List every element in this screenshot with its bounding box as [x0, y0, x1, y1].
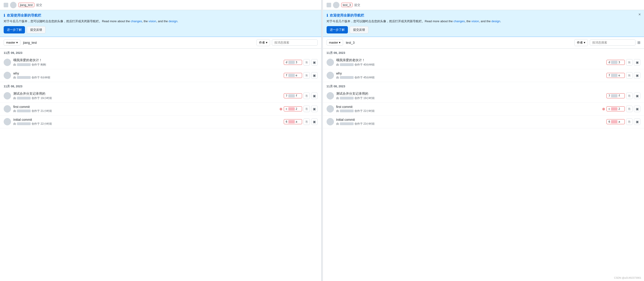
commit-row[interactable]: why由 创作于 45分钟前fe⎘▣	[323, 69, 644, 82]
repo-name: test_3	[346, 41, 354, 45]
browse-files-button[interactable]: ▣	[634, 59, 640, 66]
commit-author-placeholder	[340, 122, 354, 125]
sidebar-toggle-icon[interactable]	[4, 3, 8, 7]
hash-bar	[288, 120, 295, 123]
commit-row[interactable]: 测试合并分支记录用的由 创作于 19小时前7f⎘▣	[0, 89, 321, 103]
date-label: 11月 08, 2023	[326, 84, 640, 89]
panel-left: jiang_test提交ℹ欢迎使用全新的导航栏对于今后几个版本，您可以随时点击您…	[0, 0, 322, 281]
design-link[interactable]: design	[492, 20, 500, 23]
chevron-down-icon: ▾	[266, 41, 268, 44]
commit-row[interactable]: 测试合并分支记录用的由 创作于 19小时前7f⎘▣	[323, 89, 644, 103]
commit-info: first commit由 创作于 21小时前	[13, 105, 276, 113]
branch-selector[interactable]: master ▾	[4, 40, 20, 46]
copy-hash-button[interactable]: ⎘	[304, 72, 310, 79]
browse-files-button[interactable]: ▣	[311, 72, 318, 79]
commit-hash: 7f	[606, 93, 625, 98]
branch-selector[interactable]: master ▾	[326, 40, 343, 46]
browse-files-button[interactable]: ▣	[634, 106, 640, 112]
commit-row[interactable]: 哦我亲爱的老伙计！由 创作于 40分钟前d3⎘▣	[323, 56, 644, 69]
copy-hash-button[interactable]: ⎘	[626, 119, 632, 125]
commit-row[interactable]: why由 创作于 6分钟前fe⎘▣	[0, 69, 321, 82]
search-input[interactable]	[272, 40, 318, 46]
copy-hash-button[interactable]: ⎘	[626, 72, 632, 79]
commit-row[interactable]: first commit由 创作于 21小时前⊗c2⎘▣	[0, 103, 321, 116]
commit-row[interactable]: Initial commit由 创作于 22小时前6a⎘▣	[0, 116, 321, 128]
feedback-button[interactable]: 提交反馈	[27, 26, 46, 34]
changes-link[interactable]: changes	[131, 20, 142, 23]
branch-label: master	[329, 41, 338, 44]
browse-files-button[interactable]: ▣	[311, 119, 318, 125]
banner-body: 对于今后几个版本，您可以随时点击您的头像，然后打开或关闭新导航栏。Read mo…	[4, 19, 317, 24]
learn-more-button[interactable]: 进一步了解	[4, 26, 25, 34]
commit-hash: 6a	[606, 119, 625, 124]
design-link[interactable]: design	[168, 20, 177, 23]
commit-title: first commit	[13, 105, 276, 109]
commit-info: 哦我亲爱的老伙计！由 创作于 刚刚	[13, 58, 282, 67]
commit-author-placeholder	[340, 63, 354, 66]
copy-hash-button[interactable]: ⎘	[304, 119, 310, 125]
commit-row[interactable]: 哦我亲爱的老伙计！由 创作于 刚刚d3⎘▣	[0, 56, 321, 69]
commit-info: 测试合并分支记录用的由 创作于 19小时前	[13, 92, 282, 100]
commit-title: 测试合并分支记录用的	[13, 92, 282, 96]
avatar	[10, 2, 16, 8]
vision-link[interactable]: vision	[149, 20, 156, 23]
copy-hash-button[interactable]: ⎘	[304, 106, 310, 112]
commit-info: why由 创作于 45分钟前	[336, 72, 604, 80]
rss-icon[interactable]: ⊞	[637, 40, 640, 45]
sidebar-toggle-icon[interactable]	[326, 3, 331, 7]
banner-title: ℹ欢迎使用全新的导航栏	[4, 13, 317, 18]
close-banner-button[interactable]: ×	[638, 12, 641, 17]
copy-hash-button[interactable]: ⎘	[626, 93, 632, 99]
date-group: 11月 09, 2023	[323, 49, 644, 56]
commit-info: Initial commit由 创作于 22小时前	[13, 118, 282, 126]
changes-link[interactable]: changes	[454, 20, 465, 23]
commit-right: 7f⎘▣	[606, 93, 640, 99]
error-icon: ⊗	[602, 107, 605, 111]
commit-right: ⊗c2⎘▣	[278, 106, 318, 112]
commit-meta: 由 创作于 45分钟前	[336, 76, 604, 80]
copy-hash-button[interactable]: ⎘	[626, 59, 632, 66]
info-icon: ℹ	[4, 13, 5, 18]
browse-files-button[interactable]: ▣	[634, 72, 640, 79]
avatar	[326, 59, 334, 66]
browse-files-button[interactable]: ▣	[311, 106, 318, 112]
commit-author-placeholder	[340, 110, 354, 112]
commit-row[interactable]: first commit由 创作于 22小时前⊗c2⎘▣	[323, 103, 644, 116]
repo-name: jiang_test	[23, 41, 37, 45]
chevron-down-icon: ▾	[339, 41, 340, 44]
browse-files-button[interactable]: ▣	[311, 59, 318, 66]
author-filter[interactable]: 作者 ▾	[574, 39, 588, 46]
commit-meta: 由 创作于 21小时前	[13, 109, 276, 113]
banner-actions: 进一步了解提交反馈	[4, 26, 317, 34]
browse-files-button[interactable]: ▣	[634, 93, 640, 99]
panel-right: test_3提交×ℹ欢迎使用全新的导航栏对于今后几个版本，您可以随时点击您的头像…	[323, 0, 644, 281]
author-label: 作者	[259, 41, 265, 45]
browse-files-button[interactable]: ▣	[311, 93, 318, 99]
search-input[interactable]	[590, 40, 636, 46]
author-filter[interactable]: 作者 ▾	[256, 39, 270, 46]
copy-hash-button[interactable]: ⎘	[626, 106, 632, 112]
commit-hash: c2	[284, 106, 302, 111]
date-group: 11月 08, 2023	[323, 82, 644, 89]
commit-info: Initial commit由 创作于 23小时前	[336, 118, 604, 126]
browse-files-button[interactable]: ▣	[634, 119, 640, 125]
commit-hash: d3	[284, 60, 302, 65]
commit-right: 6a⎘▣	[284, 119, 318, 125]
notice-banner: ℹ欢迎使用全新的导航栏对于今后几个版本，您可以随时点击您的头像，然后打开或关闭新…	[0, 10, 321, 37]
feedback-button[interactable]: 提交反馈	[350, 26, 368, 34]
commit-meta: 由 创作于 19小时前	[336, 96, 604, 100]
commit-author-placeholder	[17, 63, 31, 66]
commit-author-placeholder	[340, 76, 354, 79]
date-label: 11月 09, 2023	[326, 51, 640, 55]
commit-title: why	[336, 72, 604, 75]
commit-toolbar: master ▾jiang_test作者 ▾	[0, 37, 321, 49]
copy-hash-button[interactable]: ⎘	[304, 93, 310, 99]
date-group: 11月 09, 2023	[0, 49, 321, 56]
copy-hash-button[interactable]: ⎘	[304, 59, 310, 66]
commit-meta: 由 创作于 6分钟前	[13, 76, 282, 80]
learn-more-button[interactable]: 进一步了解	[326, 26, 348, 34]
notice-banner: ×ℹ欢迎使用全新的导航栏对于今后几个版本，您可以随时点击您的头像，然后打开或关闭…	[323, 10, 644, 37]
avatar	[4, 72, 11, 79]
vision-link[interactable]: vision	[471, 20, 479, 23]
commit-row[interactable]: Initial commit由 创作于 23小时前6a⎘▣	[323, 116, 644, 128]
